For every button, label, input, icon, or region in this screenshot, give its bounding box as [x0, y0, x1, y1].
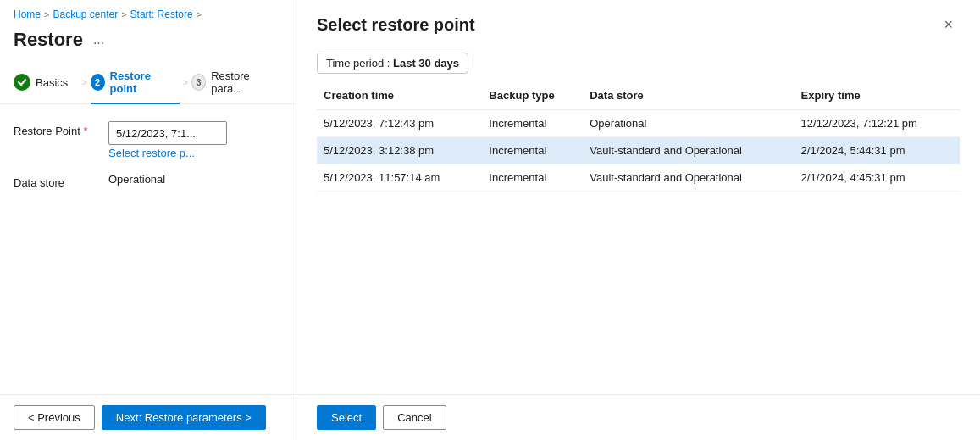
restore-point-label: Restore Point *: [14, 121, 98, 137]
step-restore-circle: 2: [91, 74, 105, 91]
breadcrumb-home[interactable]: Home: [14, 8, 41, 20]
restore-point-input[interactable]: 5/12/2023, 7:1...: [108, 121, 227, 145]
col-data-store: Data store: [583, 84, 794, 109]
step-params-label: Restore para...: [211, 70, 272, 95]
left-footer: < Previous Next: Restore parameters >: [0, 394, 296, 440]
breadcrumb-start-restore[interactable]: Start: Restore: [130, 8, 193, 20]
cell-row1-col0: 5/12/2023, 3:12:38 pm: [317, 137, 482, 164]
cell-row0-col3: 12/12/2023, 7:12:21 pm: [795, 109, 960, 137]
data-store-row: Data store Operational: [14, 173, 282, 189]
table-row[interactable]: 5/12/2023, 7:12:43 pmIncrementalOperatio…: [317, 109, 960, 137]
cell-row0-col0: 5/12/2023, 7:12:43 pm: [317, 109, 482, 137]
table-header-row: Creation time Backup type Data store Exp…: [317, 84, 960, 109]
modal-title: Select restore point: [317, 15, 475, 35]
breadcrumb-backup-center[interactable]: Backup center: [53, 8, 118, 20]
step-restore-point[interactable]: 2 Restore point: [91, 61, 180, 103]
table-row[interactable]: 5/12/2023, 3:12:38 pmIncrementalVault-st…: [317, 137, 960, 164]
cell-row0-col2: Operational: [583, 109, 794, 137]
restore-point-value-col: 5/12/2023, 7:1... Select restore p...: [108, 121, 227, 159]
step-restore-params[interactable]: 3 Restore para...: [191, 61, 282, 103]
data-store-value-col: Operational: [108, 173, 165, 186]
step-basics-circle: [14, 74, 30, 91]
steps-row: Basics > 2 Restore point > 3 Restore par…: [0, 61, 296, 104]
cell-row0-col1: Incremental: [482, 109, 583, 137]
restore-points-table: Creation time Backup type Data store Exp…: [317, 84, 960, 192]
step-sep-1: >: [78, 77, 90, 87]
data-store-value: Operational: [108, 173, 165, 186]
modal-header: Select restore point ×: [296, 0, 980, 46]
modal-panel: Select restore point × Time period : Las…: [296, 0, 980, 440]
cell-row2-col1: Incremental: [482, 164, 583, 192]
step-basics[interactable]: Basics: [14, 65, 78, 99]
col-backup-type: Backup type: [482, 84, 583, 109]
col-expiry-time: Expiry time: [795, 84, 960, 109]
time-period-badge[interactable]: Time period : Last 30 days: [317, 53, 468, 74]
breadcrumb-sep-1: >: [44, 9, 49, 19]
select-button[interactable]: Select: [317, 405, 376, 430]
select-restore-link[interactable]: Select restore p...: [108, 147, 227, 159]
form-area: Restore Point * 5/12/2023, 7:1... Select…: [0, 104, 296, 394]
step-sep-2: >: [180, 77, 191, 87]
ellipsis-menu-button[interactable]: ...: [90, 31, 108, 49]
breadcrumb-sep-3: >: [197, 9, 202, 19]
restore-point-row: Restore Point * 5/12/2023, 7:1... Select…: [14, 121, 282, 159]
cell-row1-col2: Vault-standard and Operational: [583, 137, 794, 164]
step-basics-label: Basics: [36, 76, 68, 89]
page-title-row: Restore ...: [0, 25, 296, 61]
page-title: Restore: [14, 29, 83, 51]
table-row[interactable]: 5/12/2023, 11:57:14 amIncrementalVault-s…: [317, 164, 960, 192]
modal-close-button[interactable]: ×: [937, 14, 960, 36]
modal-footer: Select Cancel: [296, 394, 980, 440]
time-period-bar: Time period : Last 30 days: [296, 46, 980, 84]
breadcrumb-sep-2: >: [121, 9, 126, 19]
col-creation-time: Creation time: [317, 84, 482, 109]
step-restore-label: Restore point: [110, 70, 169, 95]
step-params-circle: 3: [191, 74, 206, 91]
breadcrumb: Home > Backup center > Start: Restore >: [0, 0, 296, 25]
left-panel: Home > Backup center > Start: Restore > …: [0, 0, 296, 440]
required-star: *: [83, 125, 87, 137]
previous-button[interactable]: < Previous: [14, 405, 95, 430]
cell-row1-col3: 2/1/2024, 5:44:31 pm: [795, 137, 960, 164]
time-period-value: Last 30 days: [393, 57, 459, 70]
restore-table-container: Creation time Backup type Data store Exp…: [296, 84, 980, 394]
cell-row2-col3: 2/1/2024, 4:45:31 pm: [795, 164, 960, 192]
next-button[interactable]: Next: Restore parameters >: [102, 405, 266, 430]
cell-row1-col1: Incremental: [482, 137, 583, 164]
time-period-label: Time period :: [326, 57, 393, 70]
cell-row2-col0: 5/12/2023, 11:57:14 am: [317, 164, 482, 192]
cancel-button[interactable]: Cancel: [383, 405, 446, 430]
cell-row2-col2: Vault-standard and Operational: [583, 164, 794, 192]
data-store-label: Data store: [14, 173, 98, 189]
checkmark-icon: [17, 77, 27, 87]
